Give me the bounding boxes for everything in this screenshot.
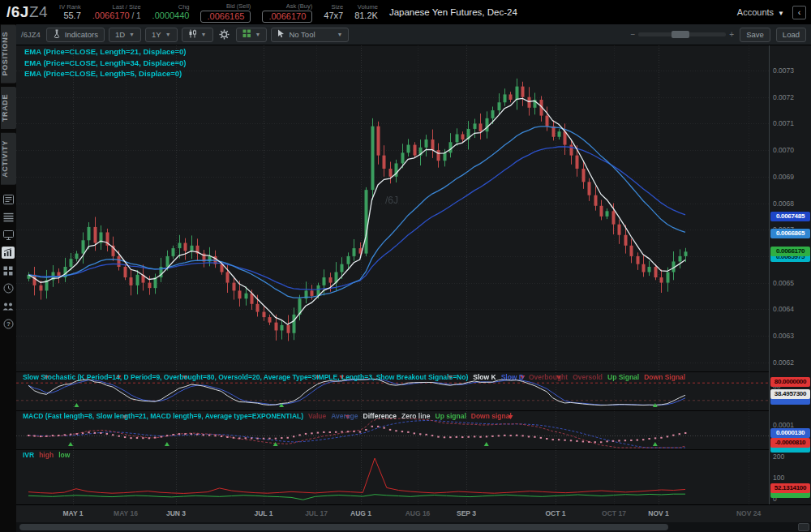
sidebar-monitor-icon[interactable] [2,229,15,241]
horizontal-scrollbar[interactable] [16,522,811,532]
quote-header: /6JZ4 IV Rank55.7Last / Size.0066170 / 1… [0,0,811,24]
price-axis[interactable]: 0.00730.00720.00710.00700.00690.00680.00… [769,45,811,526]
flask-icon [53,29,61,40]
contract-description: Japanese Yen Futures, Dec-24 [389,7,517,17]
ivr-canvas[interactable] [16,449,769,505]
stochastic-legend-oversold[interactable]: Oversold [573,373,603,381]
quote-field-label: Volume [358,3,378,11]
quote-field-label: IV Rank [59,3,81,11]
chevron-down-icon: ▼ [165,32,171,37]
ema-label-0[interactable]: EMA (Price=CLOSE, Length=21, Displace=0) [24,46,186,58]
quote-field-value[interactable]: .0066170 [262,11,312,23]
stochastic-legend-slow-k[interactable]: Slow K [473,373,496,381]
chart-watermark: /6J [385,195,398,206]
ivr-axis-label: 100 [773,474,784,482]
quote-field-bid-sell[interactable]: Bid (Sell).0066165 [200,2,251,23]
sidebar-watchlist-icon[interactable] [2,211,15,223]
price-axis-label: 0.0069 [773,173,794,181]
time-axis-label: OCT 1 [545,509,565,517]
stochastic-legend-up-signal[interactable]: Up Signal [607,373,639,381]
time-axis-label: AUG 1 [350,509,371,517]
ema-label-2[interactable]: EMA (Price=CLOSE, Length=5, Displace=0) [24,68,186,79]
macd-legend-zero-line[interactable]: Zero line [401,412,430,420]
chevron-down-icon: ▼ [129,32,135,37]
price-chart-canvas[interactable] [16,45,769,370]
sidebar-community-icon[interactable] [2,300,15,312]
quote-field-size: / 1 [130,11,141,20]
quote-field-iv-rank: IV Rank55.7 [59,3,81,21]
quote-field-chg: Chg.0000440 [152,3,190,21]
cursor-icon [277,29,285,40]
collapse-panel-button[interactable]: ‹ [792,6,806,19]
layout-grid-icon [242,29,251,40]
scrollbar-thumb[interactable] [19,524,668,530]
chevron-down-icon: ▼ [255,32,261,37]
save-button[interactable]: Save [740,28,770,42]
symbol-title: /6JZ4 [0,3,59,21]
stochastic-legend-overbought[interactable]: Overbought [529,373,568,381]
price-axis-label: 0.0070 [773,146,794,154]
zoom-slider-thumb[interactable] [672,31,689,38]
quote-field-value[interactable]: .0066165 [200,11,251,23]
macd-value-bubble: 0.0000130 [770,428,810,438]
chevron-down-icon: ▼ [778,10,784,17]
chart-area: /6JZ4 Indicators 1D▼ 1Y▼ ▼ ▼ No Tool ▼ [16,24,811,532]
sidebar-tab-trade[interactable]: TRADE [1,87,16,129]
drawing-tool-dropdown[interactable]: No Tool ▼ [271,28,349,42]
macd-legend-value[interactable]: Value [308,412,326,420]
load-button[interactable]: Load [776,28,806,42]
stochastic-legend-slow-d[interactable]: Slow D [501,373,524,381]
macd-legend-up-signal[interactable]: Up signal [436,412,466,420]
ivr-legend-high[interactable]: high [39,451,54,459]
sidebar-quotes-icon[interactable] [2,193,15,205]
stochastic-value-bubble: 38.4957300 [770,389,810,399]
time-axis-label: JUN 3 [166,509,186,517]
zoom-slider[interactable] [638,32,726,36]
price-axis-label: 0.0071 [773,119,794,127]
chart-type-dropdown[interactable]: ▼ [182,28,213,42]
quote-field-size: Size47x7 [324,3,343,21]
quote-fields: IV Rank55.7Last / Size.0066170 / 1Chg.00… [59,2,378,23]
ivr-panel-header: IVRhighlow [23,451,70,459]
macd-legend-down-signal[interactable]: Down signal [471,412,512,420]
time-axis-label: NOV 1 [648,509,669,517]
candlestick-icon [188,29,197,40]
time-axis-label: JUL 17 [305,509,328,517]
timeframe-dropdown[interactable]: 1D▼ [109,28,141,42]
sidebar-chart-icon[interactable] [2,247,15,259]
ivr-legend-low[interactable]: low [58,451,70,459]
quote-field-label: Bid (Sell) [226,2,251,10]
ivr-value-bubble: 52.1314100 [770,483,810,493]
macd-legend-difference[interactable]: Difference [363,412,397,420]
price-axis-label: 0.0073 [773,66,794,75]
scroll-corner-icon[interactable] [798,523,809,531]
range-dropdown[interactable]: 1Y▼ [145,28,178,42]
sidebar-tab-positions[interactable]: POSITIONS [1,24,16,83]
macd-panel-header: MACD (Fast length=8, Slow length=21, MAC… [23,412,512,420]
quote-field-label: Chg [178,3,190,11]
settings-gear-icon[interactable] [217,28,232,42]
macd-value-bubble: -0.0000810 [770,438,810,448]
zoom-in-icon[interactable]: + [729,30,734,39]
quote-field-ask-buy[interactable]: Ask (Buy).0066170 [262,2,312,23]
ema-label-1[interactable]: EMA (Price=CLOSE, Length=34, Displace=0) [24,58,186,69]
quote-field-label: Ask (Buy) [286,2,313,10]
indicators-button[interactable]: Indicators [46,28,105,42]
stochastic-value-bubble: 80.0000000 [770,377,810,387]
macd-legend-average[interactable]: Average [331,412,358,420]
svg-text:?: ? [6,321,11,328]
chevron-down-icon: ▼ [337,32,343,37]
sidebar-help-icon[interactable]: ? [2,318,15,330]
chart-toolbar: /6JZ4 Indicators 1D▼ 1Y▼ ▼ ▼ No Tool ▼ [16,24,811,45]
sidebar-history-clock-icon[interactable] [2,282,15,294]
zoom-out-icon[interactable]: − [631,30,636,39]
stochastic-legend-down-signal[interactable]: Down Signal [644,373,685,381]
accounts-dropdown[interactable]: Accounts▼ [737,7,784,17]
sidebar-grid-icon[interactable] [2,264,15,277]
time-axis[interactable]: MAY 1MAY 16JUN 3JUL 1JUL 17AUG 1AUG 16SE… [16,504,811,522]
price-axis-label: 0.0064 [773,305,794,313]
quote-field-value: 81.2K [354,11,378,21]
layout-grid-dropdown[interactable]: ▼ [236,28,268,42]
sidebar-tab-activity[interactable]: ACTIVITY [1,133,16,185]
time-axis-label: AUG 16 [406,509,431,517]
